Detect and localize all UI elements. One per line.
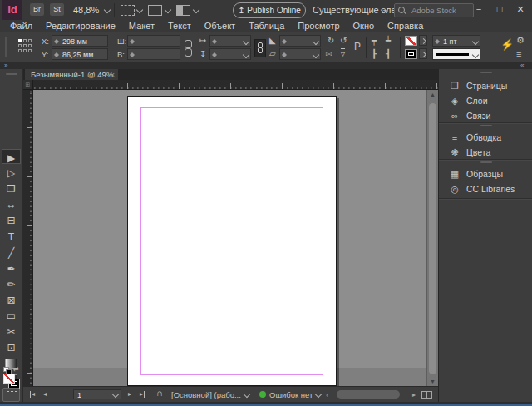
stroke-weight-dropdown-icon[interactable] [472, 38, 479, 45]
vertical-scrollbar[interactable]: ▲ ▼ [426, 90, 438, 386]
align-top-icon[interactable]: ┯ [372, 36, 377, 46]
constrain-scale-chain[interactable] [254, 39, 266, 57]
scroll-right-icon[interactable]: ▸ [412, 392, 416, 399]
constrain-dimensions-icon-2[interactable] [185, 48, 192, 57]
rotate-cw-icon[interactable]: ↻ [328, 36, 334, 46]
page[interactable] [127, 96, 337, 386]
page-number-field[interactable]: 1 [73, 389, 121, 399]
zoom-level-value[interactable]: 48,8% [73, 0, 99, 20]
next-page-button[interactable]: ▸ [128, 391, 131, 398]
page-number-dropdown-icon[interactable] [112, 391, 119, 398]
stroke-flyout-button[interactable] [419, 48, 427, 59]
x-position-field[interactable]: 298 мм [52, 35, 108, 47]
screen-mode-dropdown-icon[interactable] [165, 7, 171, 13]
zoom-level-dropdown-icon[interactable] [104, 7, 111, 13]
vertical-scrollbar-thumb[interactable] [429, 103, 436, 374]
scale-x-stepper[interactable] [212, 37, 218, 46]
y-position-field[interactable]: 86,25 мм [52, 48, 108, 60]
back-chevron-icon[interactable]: ‹ [326, 390, 328, 399]
last-page-button[interactable]: ▸ [140, 391, 145, 398]
preflight-profile[interactable]: [Основной] (рабо... [171, 390, 241, 399]
dock-grip[interactable] [480, 125, 492, 126]
gear-icon[interactable]: ⚙ [516, 35, 525, 45]
panel-stroke[interactable]: ≡ Обводка [439, 130, 532, 145]
align-right-icon[interactable]: ┨ [386, 49, 391, 59]
menu-item[interactable]: Макет [122, 20, 161, 32]
shear-angle-field[interactable] [279, 48, 321, 60]
flip-vertical-icon[interactable]: ▿ [341, 48, 345, 59]
fill-swatch[interactable] [405, 36, 417, 46]
panel-swatches[interactable]: ▦ Образцы [439, 166, 532, 181]
menu-item[interactable]: Редактирование [39, 20, 122, 32]
scroll-up-icon[interactable]: ▲ [430, 92, 436, 97]
panel-grip[interactable] [5, 37, 7, 57]
pen-tool[interactable]: ✒ [2, 260, 21, 275]
scale-y-stepper[interactable] [212, 50, 218, 59]
collapse-toolbar-icon[interactable]: » [4, 62, 7, 69]
dock-grip[interactable] [480, 161, 492, 163]
screen-mode-button[interactable] [2, 388, 20, 402]
pencil-tool[interactable]: ✏ [2, 276, 21, 291]
content-collector-tool[interactable]: ⊟ [2, 212, 21, 227]
scale-x-field[interactable] [209, 35, 251, 47]
preflight-status-dropdown-icon[interactable] [315, 391, 322, 398]
width-stepper[interactable] [130, 37, 135, 46]
direct-selection-tool[interactable]: ▷ [2, 165, 21, 180]
rotation-angle-field[interactable] [279, 35, 321, 47]
view-options-icon[interactable] [121, 5, 135, 16]
preflight-status-text[interactable]: Ошибок нет [269, 390, 313, 399]
previous-page-button[interactable]: ◂ [43, 391, 47, 398]
horizontal-scrollbar-thumb[interactable] [337, 390, 400, 399]
tool-panel-grip[interactable] [6, 73, 17, 75]
selection-tool[interactable]: ▶ [2, 149, 21, 164]
screen-mode-icon[interactable] [148, 5, 162, 16]
rotation-stepper[interactable] [282, 37, 288, 46]
constrain-dimensions-icon[interactable] [185, 40, 192, 48]
menu-item[interactable]: Файл [3, 20, 39, 32]
panel-layers[interactable]: ◈ Слои [439, 93, 532, 108]
gap-tool[interactable]: ↔ [2, 196, 21, 211]
menu-item[interactable]: Окно [347, 20, 382, 32]
minimize-button[interactable]: − [470, 0, 487, 18]
panel-menu-icon[interactable]: ≡ [516, 49, 521, 59]
menu-item[interactable]: Объект [198, 20, 242, 32]
shear-dropdown-icon[interactable] [313, 52, 319, 58]
swap-fill-stroke-icon[interactable]: ⇄ [13, 365, 19, 373]
view-options-dropdown-icon[interactable] [136, 7, 143, 13]
close-button[interactable]: ✕ [512, 0, 529, 18]
shear-stepper[interactable] [282, 50, 288, 59]
height-field[interactable] [127, 48, 180, 60]
width-field[interactable] [127, 35, 180, 47]
stroke-style-dropdown-icon[interactable] [472, 52, 479, 58]
menu-item[interactable]: Справка [381, 20, 430, 32]
menu-item[interactable]: Таблица [242, 20, 291, 32]
ruler-corner[interactable]: ⊞ [23, 80, 33, 90]
align-left-icon[interactable]: ┠ [372, 49, 377, 59]
stroke-style-field[interactable] [432, 48, 480, 60]
scale-x-dropdown-icon[interactable] [243, 38, 249, 45]
flip-horizontal-icon[interactable]: ▹◃ [326, 49, 331, 59]
stock-button[interactable]: St [50, 3, 64, 16]
dock-grip[interactable] [480, 72, 492, 73]
panel-cc-libraries[interactable]: ◎ CC Libraries [439, 181, 532, 196]
preflight-profile-dropdown-icon[interactable] [244, 391, 250, 398]
menu-item[interactable]: Просмотр [291, 20, 346, 32]
stroke-weight-stepper[interactable] [435, 37, 441, 46]
search-box[interactable] [394, 3, 474, 17]
scale-y-field[interactable] [209, 48, 251, 60]
panel-pages[interactable]: ❒ Страницы [439, 78, 532, 93]
menu-item[interactable]: Текст [161, 20, 198, 32]
arrange-documents-dropdown-icon[interactable] [193, 7, 200, 13]
spread-view-icon[interactable] [421, 391, 432, 399]
panel-links[interactable]: ∞ Связи [439, 108, 532, 123]
page-tool[interactable]: ❒ [2, 181, 21, 196]
collapse-dock-icon[interactable]: « [520, 62, 524, 69]
lightning-icon[interactable]: ⚡ [500, 40, 514, 50]
rectangle-frame-tool[interactable]: ⊠ [2, 292, 21, 307]
y-stepper[interactable] [54, 50, 60, 59]
fill-color-swatch[interactable] [3, 374, 15, 384]
align-bottom-icon[interactable]: ┷ [386, 36, 391, 46]
scissors-tool[interactable]: ✂ [2, 324, 21, 339]
scroll-down-icon[interactable]: ▼ [430, 379, 436, 384]
bridge-button[interactable]: Br [30, 3, 44, 16]
